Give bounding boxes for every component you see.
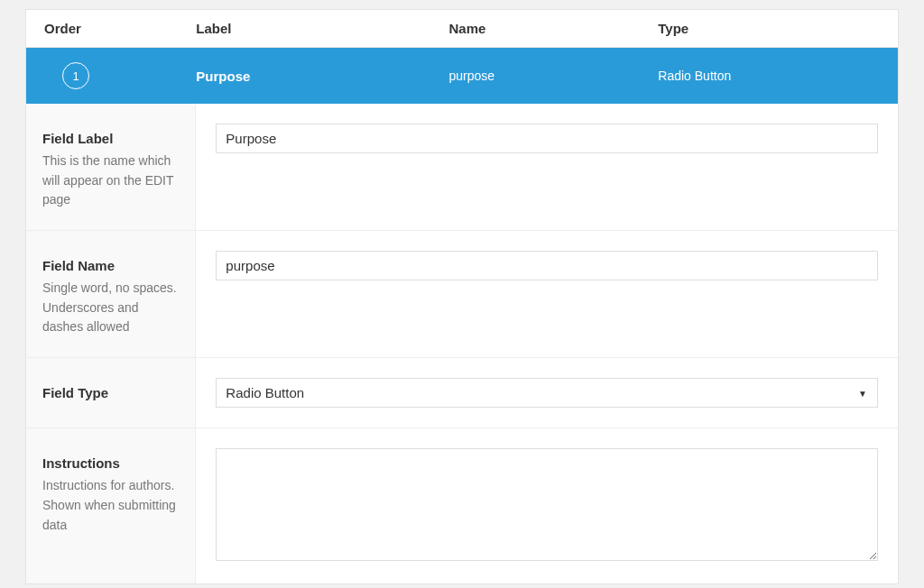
field-name-desc: Single word, no spaces. Underscores and … [42,279,179,337]
summary-name: purpose [448,69,658,83]
field-label-input[interactable] [216,124,878,153]
instructions-row: Instructions Instructions for authors. S… [26,428,898,583]
header-order: Order [26,21,196,36]
header-name: Name [448,21,658,36]
summary-label: Purpose [196,69,448,84]
field-name-title: Field Name [42,258,179,273]
table-header: Order Label Name Type [26,10,898,48]
field-type-select[interactable]: Radio Button [216,378,878,408]
header-label: Label [196,21,448,36]
field-type-title: Field Type [42,385,179,400]
field-summary-row[interactable]: 1 Purpose purpose Radio Button [26,48,898,104]
header-type: Type [658,21,898,36]
field-panel: Order Label Name Type 1 Purpose purpose … [25,9,899,584]
field-name-row: Field Name Single word, no spaces. Under… [26,231,898,358]
instructions-textarea[interactable] [216,448,878,561]
field-type-row: Field Type Radio Button [26,358,898,428]
order-number: 1 [72,69,79,83]
order-badge: 1 [62,62,89,89]
field-name-input[interactable] [216,251,878,280]
summary-type: Radio Button [658,69,898,83]
instructions-title: Instructions [42,455,179,471]
instructions-desc: Instructions for authors. Shown when sub… [42,476,179,535]
field-label-desc: This is the name which will appear on th… [42,152,179,210]
field-label-row: Field Label This is the name which will … [26,104,898,231]
field-label-title: Field Label [42,131,179,146]
